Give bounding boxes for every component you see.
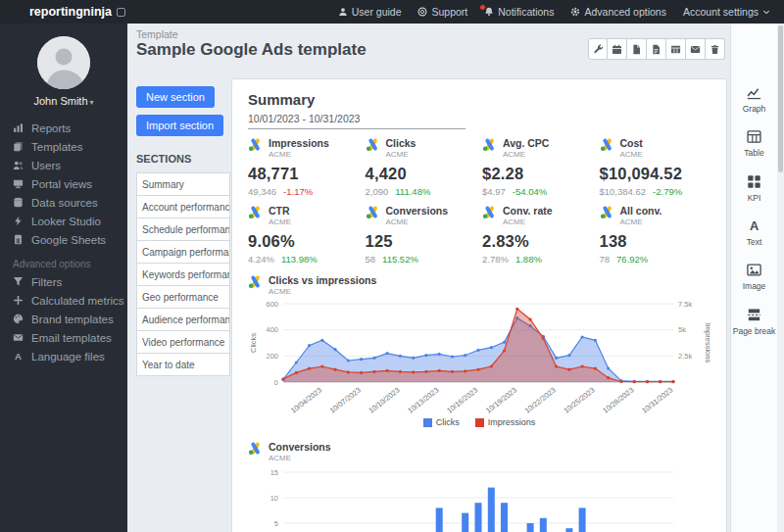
breadcrumb: Template xyxy=(136,28,178,40)
new-section-button[interactable]: New section xyxy=(136,86,215,108)
google-ads-icon xyxy=(366,205,380,219)
clicks-legend-swatch xyxy=(423,418,432,427)
page-title: Sample Google Ads template xyxy=(136,40,367,60)
kpi-account: ACME xyxy=(503,150,549,159)
sidebar-item-google-sheets[interactable]: Google Sheets xyxy=(0,230,127,249)
date-range-field[interactable]: 10/01/2023 - 10/31/2023 xyxy=(248,113,466,129)
legend-item-clicks[interactable]: Clicks xyxy=(423,417,460,427)
section-item-account-performance[interactable]: Account performance xyxy=(137,196,229,218)
text-icon: A xyxy=(746,218,762,234)
brand-templates-icon xyxy=(13,314,24,324)
kpi-change: -2.79% xyxy=(653,186,682,197)
section-item-summary[interactable]: Summary xyxy=(137,173,229,196)
conversions-plot: 51015 xyxy=(248,464,712,532)
sidebar-item-brand-templates[interactable]: Brand templates xyxy=(0,310,127,328)
kpi-account: ACME xyxy=(269,150,329,159)
google-ads-icon xyxy=(248,441,263,456)
sidebar-item-looker-studio[interactable]: Looker Studio xyxy=(0,212,127,230)
kpi-label: CTR xyxy=(269,205,291,217)
email-button[interactable] xyxy=(686,38,706,60)
section-item-year-to-date[interactable]: Year to date xyxy=(137,354,229,375)
kpi-grid: ImpressionsACME 48,771 49,346-1.17% Clic… xyxy=(248,137,710,265)
widget-image[interactable]: Image xyxy=(743,262,766,291)
kpi-label: Clicks xyxy=(386,137,416,149)
templates-icon xyxy=(13,141,24,152)
svg-text:0: 0 xyxy=(274,378,278,387)
table-icon xyxy=(670,44,681,55)
delete-button[interactable] xyxy=(706,38,725,60)
image-icon xyxy=(746,262,762,278)
sidebar-item-email-templates[interactable]: Email templates xyxy=(0,328,127,347)
pdf-export-button[interactable] xyxy=(627,38,647,60)
section-item-geo-performance[interactable]: Geo performance xyxy=(137,286,229,309)
sidebar: John Smith▾ Reports Templates Users Port… xyxy=(0,24,127,532)
app-logo[interactable]: reportingninja xyxy=(29,5,125,19)
sidebar-item-users[interactable]: Users xyxy=(0,156,127,174)
sidebar-item-label: Portal views xyxy=(31,178,92,190)
import-section-button[interactable]: Import section xyxy=(136,115,223,136)
section-item-audience-performance[interactable]: Audience performance xyxy=(137,309,229,331)
user-menu[interactable]: John Smith▾ xyxy=(0,95,127,107)
wrench-button[interactable] xyxy=(588,38,608,60)
legend-item-impressions[interactable]: Impressions xyxy=(475,417,536,427)
google-ads-icon xyxy=(366,137,380,152)
vertical-scrollbar[interactable] xyxy=(777,24,784,532)
sidebar-item-label: Templates xyxy=(31,141,82,153)
main-content: Template Sample Google Ads template New … xyxy=(127,24,730,532)
clicks-impressions-plot: 02004006002.5k5k7.5k10/04/202310/07/2023… xyxy=(248,298,712,417)
google-ads-icon xyxy=(482,137,497,152)
sidebar-item-language-files[interactable]: A Language files xyxy=(0,347,127,365)
widget-graph[interactable]: Graph xyxy=(743,84,766,114)
widget-page-break[interactable]: Page break xyxy=(733,307,775,336)
section-item-video-performance[interactable]: Video performance xyxy=(137,331,229,354)
kpi-change: 111.48% xyxy=(395,186,430,197)
chart-account: ACME xyxy=(269,454,331,462)
avatar[interactable] xyxy=(37,36,90,89)
kpi-card-impressions: ImpressionsACME 48,771 49,346-1.17% xyxy=(248,137,360,197)
user-icon xyxy=(338,7,348,17)
chart-title: Conversions xyxy=(269,441,331,453)
file-export-button[interactable] xyxy=(647,38,666,60)
topnav-user-guide[interactable]: User guide xyxy=(338,6,402,18)
widget-text[interactable]: A Text xyxy=(746,218,762,247)
sidebar-item-reports[interactable]: Reports xyxy=(0,119,127,137)
calculated-metrics-icon xyxy=(13,295,24,306)
widget-table[interactable]: Table xyxy=(744,128,763,158)
kpi-label: Conv. rate xyxy=(503,205,553,217)
looker-studio-icon xyxy=(13,216,24,226)
svg-text:10/28/2023: 10/28/2023 xyxy=(601,386,635,415)
wrench-icon xyxy=(593,44,604,55)
topnav-notifications[interactable]: Notifications xyxy=(484,6,554,18)
topnav-account-settings[interactable]: Account settings xyxy=(683,6,770,18)
sidebar-item-label: Google Sheets xyxy=(31,234,106,246)
sidebar-nav: Reports Templates Users Portal views Dat… xyxy=(0,119,127,365)
sidebar-item-portal-views[interactable]: Portal views xyxy=(0,174,127,193)
table-export-button[interactable] xyxy=(666,38,686,60)
trash-icon xyxy=(710,44,720,55)
sidebar-item-data-sources[interactable]: Data sources xyxy=(0,193,127,212)
scrollbar-thumb[interactable] xyxy=(778,25,783,172)
calendar-button[interactable] xyxy=(608,38,627,60)
section-item-keywords-performance[interactable]: Keywords performance xyxy=(137,264,229,286)
sidebar-item-filters[interactable]: Filters xyxy=(0,272,127,291)
kpi-value: $10,094.52 xyxy=(600,165,711,183)
sidebar-item-label: Brand templates xyxy=(31,314,114,325)
section-item-schedule-performance[interactable]: Schedule performance xyxy=(137,218,229,241)
widget-label: Image xyxy=(743,282,766,291)
topnav-support[interactable]: Support xyxy=(417,6,467,18)
legend-label: Clicks xyxy=(436,417,460,427)
kpi-label: All conv. xyxy=(620,205,662,217)
sidebar-item-calculated-metrics[interactable]: Calculated metrics xyxy=(0,291,127,310)
svg-text:10/19/2023: 10/19/2023 xyxy=(484,386,518,415)
topnav-advanced-options[interactable]: Advanced options xyxy=(570,6,665,18)
section-item-campaign-performance[interactable]: Campaign performance xyxy=(137,241,229,264)
kpi-card-ctr: CTRACME 9.06% 4.24%113.98% xyxy=(248,205,360,265)
chevron-down-icon xyxy=(762,9,770,16)
kpi-value: 48,771 xyxy=(248,165,360,183)
sidebar-item-templates[interactable]: Templates xyxy=(0,137,127,156)
gear-icon xyxy=(570,7,580,17)
kpi-account: ACME xyxy=(386,150,416,159)
widget-kpi[interactable]: KPI xyxy=(746,173,762,203)
app-window: reportingninja User guide Support Notifi… xyxy=(0,0,784,532)
impressions-legend-swatch xyxy=(475,418,484,427)
